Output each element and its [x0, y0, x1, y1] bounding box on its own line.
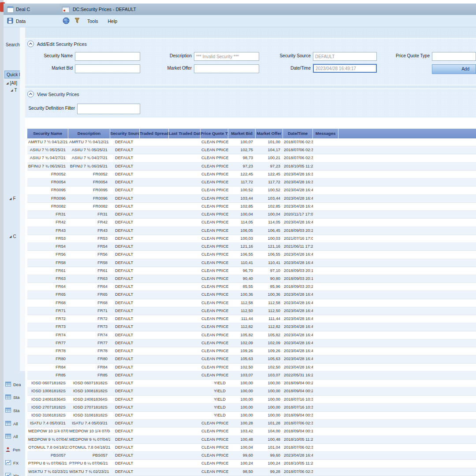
panel-splitter[interactable] [20, 27, 25, 371]
column-header-last-traded-date[interactable]: Last Traded Date [169, 129, 201, 138]
table-cell: 2018/07/16 10:34:29 [283, 396, 313, 403]
column-header-description[interactable]: Description [68, 129, 110, 138]
table-row[interactable]: FR0095FR0095DEFAULTCLEAN PRICE(%)100,521… [27, 186, 476, 194]
table-row[interactable]: FR77FR77DEFAULTCLEAN PRICE(%)102,09102,0… [27, 339, 476, 347]
table-row[interactable]: FR0052FR0052DEFAULTCLEAN PRICE(%)122,451… [27, 171, 476, 178]
table-row[interactable]: IOSD 310818182SIOSD 310818182SDEFAULTYIE… [27, 412, 476, 420]
table-cell [313, 291, 338, 298]
table-cell: 114,05 [228, 219, 256, 226]
table-row[interactable]: ASIIU 7 ½ 05/25/21ASIIU 7 ½ 05/25/21DEFA… [27, 146, 476, 154]
sidebar-item-all[interactable]: All [5, 418, 18, 429]
column-header-market-bid[interactable]: Market Bid [228, 129, 256, 138]
security-source-input[interactable] [313, 52, 377, 61]
table-row[interactable]: FR63FR63DEFAULTCLEAN PRICE(%)90,4090,802… [27, 275, 476, 283]
price-quote-type-input[interactable] [432, 52, 476, 61]
table-cell [313, 444, 338, 451]
table-row[interactable]: FR0096FR0096DEFAULTCLEAN PRICE(%)103,441… [27, 195, 476, 203]
table-row[interactable]: IOSD 240818364SIOSD 240818364SDEFAULTYIE… [27, 396, 476, 404]
tree-item-t[interactable]: ◢T [11, 88, 17, 93]
table-row[interactable]: FR56FR56DEFAULTCLEAN PRICE(%)106,55106,5… [27, 251, 476, 259]
tree-item-c[interactable]: ◢C [9, 234, 16, 239]
table-row[interactable]: BFINIJ 7 ¾ 06/26/21BFINIJ 7 ¾ 06/26/21DE… [27, 163, 476, 171]
table-row[interactable]: FR58FR58DEFAULTCLEAN PRICE(%)110,41110,4… [27, 259, 476, 267]
column-header-price-quote-type[interactable]: Price Quote Type [201, 129, 228, 138]
table-row[interactable]: IOSD 270718182SIOSD 270718182SDEFAULTYIE… [27, 404, 476, 412]
column-header-security-source[interactable]: Security Source [110, 129, 140, 138]
table-row[interactable]: PTPPU 8 ¼ 07/06/21PTPPU 8 ¼ 07/06/21DEFA… [27, 460, 476, 468]
sidebar-item-dea[interactable]: Dea [5, 379, 21, 390]
collapse-add-edit-icon[interactable] [27, 41, 34, 47]
table-row[interactable]: FR78FR78DEFAULTCLEAN PRICE(%)109,26109,2… [27, 347, 476, 355]
column-header-market-offer[interactable]: Market Offer [256, 129, 283, 138]
tree-expand-icon[interactable]: ◢ [11, 89, 13, 92]
table-cell [169, 235, 201, 242]
sidebar-item-sta[interactable]: Sta [5, 392, 19, 403]
sidebar-item-pen[interactable]: Pen [5, 445, 20, 455]
column-header-security-name[interactable]: Security Name [27, 129, 68, 138]
market-offer-input[interactable] [194, 64, 259, 73]
collapse-view-icon[interactable] [27, 91, 34, 97]
table-row[interactable]: FR64FR64DEFAULTCLEAN PRICE(%)85,5585,962… [27, 283, 476, 291]
table-row[interactable]: FR65FR65DEFAULTCLEAN PRICE(%)100,36100,3… [27, 291, 476, 299]
table-row[interactable]: FR61FR61DEFAULTCLEAN PRICE(%)96,7097,102… [27, 267, 476, 275]
column-header-date-time[interactable]: Date/Time [283, 129, 313, 138]
globe-icon[interactable] [63, 17, 70, 25]
table-row[interactable]: FR72FR72DEFAULTCLEAN PRICE(%)111,44111,4… [27, 315, 476, 323]
add-button[interactable]: Add [432, 64, 476, 74]
table-row[interactable]: FR53FR53DEFAULTCLEAN PRICE(%)100,03100,0… [27, 235, 476, 243]
table-row[interactable]: FR80FR80DEFAULTCLEAN PRICE(%)105,63105,6… [27, 355, 476, 363]
sidebar-item-all[interactable]: All [5, 431, 18, 442]
table-cell [140, 428, 169, 435]
table-row[interactable]: IOSD 100818182SIOSD 100818182SDEFAULTYIE… [27, 387, 476, 395]
table-row[interactable]: MEDPOW 10 1/4 07/04/23MEDPOW 10 1/4 07/0… [27, 428, 476, 435]
dialog-icon [62, 6, 70, 13]
menu-help[interactable]: Help [105, 18, 120, 25]
table-row[interactable]: FR73FR73DEFAULTCLEAN PRICE(%)112,82112,8… [27, 323, 476, 331]
table-row[interactable]: FR43FR43DEFAULTCLEAN PRICE(%)106,05106,4… [27, 227, 476, 235]
table-row[interactable]: WSKTU 7 ¾ 02/23/21WSKTU 7 ¾ 02/23/21DEFA… [27, 468, 476, 476]
table-row[interactable]: FR68FR68DEFAULTCLEAN PRICE(%)112,58112,5… [27, 299, 476, 307]
table-row[interactable]: FR0082FR0082DEFAULTCLEAN PRICE(%)102,851… [27, 203, 476, 211]
datetime-input[interactable] [313, 64, 377, 73]
table-row[interactable]: AMRTU 7 ½ 04/12/21AMRTU 7 ½ 04/12/21DEFA… [27, 138, 476, 146]
table-row[interactable]: ISATU 7.4 05/03/21ISATU 7.4 05/03/21DEFA… [27, 420, 476, 428]
market-bid-input[interactable] [75, 64, 140, 73]
table-row[interactable]: FR84FR84DEFAULTCLEAN PRICE(%)102,50102,5… [27, 364, 476, 372]
tree-expand-icon[interactable]: ◢ [6, 82, 8, 85]
table-row[interactable]: IOSD 060718182SIOSD 060718182SDEFAULTYIE… [27, 379, 476, 387]
table-row[interactable]: PBS057PBS057DEFAULTCLEAN PRICE(%)99,6099… [27, 452, 476, 460]
description-input[interactable] [194, 52, 259, 61]
tree-expand-icon[interactable]: ◢ [9, 235, 11, 238]
sidebar-item-sta[interactable]: Sta [5, 405, 19, 416]
table-cell: 85,96 [256, 283, 283, 290]
table-cell: DEFAULT [110, 275, 140, 283]
column-header-traded-spread[interactable]: Traded Spread [140, 129, 169, 138]
sidebar-item-fx[interactable]: FX [5, 457, 19, 468]
table-row[interactable]: MEDPOW 9 ¾ 07/04/21MEDPOW 9 ¾ 07/04/21DE… [27, 436, 476, 444]
table-cell: FR0082 [68, 203, 110, 210]
security-name-input[interactable] [75, 52, 140, 61]
table-row[interactable]: FR71FR71DEFAULTCLEAN PRICE(%)112,50112,5… [27, 307, 476, 315]
table-row[interactable]: FR0054FR0054DEFAULTCLEAN PRICE(%)117,721… [27, 178, 476, 186]
table-row[interactable]: FR85FR85DEFAULTCLEAN PRICE(%)103,07103,0… [27, 372, 476, 379]
tree-item-f[interactable]: ◢F [9, 196, 16, 201]
column-header-messages[interactable]: Messages [313, 129, 338, 138]
table-row[interactable]: ASIIU 7 ¾ 04/27/21ASIIU 7 ¾ 04/27/21DEFA… [27, 154, 476, 162]
table-row[interactable]: FR74FR74DEFAULTCLEAN PRICE(%)105,82105,8… [27, 331, 476, 339]
app-menu-data[interactable]: Data [16, 19, 26, 24]
add-edit-section-title: Add/Edit Security Prices [37, 41, 87, 47]
table-row[interactable]: FR31FR31DEFAULTCLEAN PRICE(%)100,04100,0… [27, 211, 476, 219]
save-icon[interactable] [7, 18, 13, 25]
table-cell: 100,52 [228, 186, 256, 194]
dialog-titlebar[interactable]: DC:Security Prices - DEFAULT [59, 4, 476, 15]
table-row[interactable]: FR54FR54DEFAULTCLEAN PRICE(%)121,16121,1… [27, 243, 476, 251]
tree-item-all[interactable]: ◢[All] [6, 81, 17, 86]
table-cell: DEFAULT [110, 315, 140, 323]
table-row[interactable]: OTOMUL 7.8 04/18/21OTOMUL 7.8 04/18/21DE… [27, 444, 476, 452]
tree-expand-icon[interactable]: ◢ [9, 197, 11, 200]
table-row[interactable]: FR42FR42DEFAULTCLEAN PRICE(%)114,05114,0… [27, 219, 476, 227]
filter-icon[interactable] [74, 17, 80, 25]
sidebar-item-yie[interactable]: Yie [5, 471, 19, 476]
menu-tools[interactable]: Tools [85, 18, 101, 25]
security-definition-filter-input[interactable] [77, 104, 140, 114]
